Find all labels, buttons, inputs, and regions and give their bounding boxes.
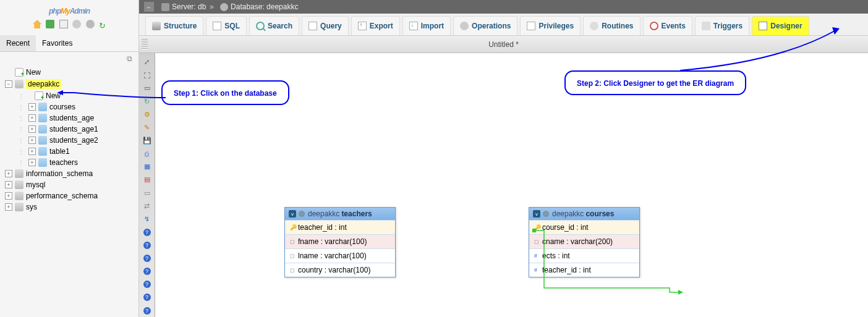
tab-structure[interactable]: Structure — [145, 16, 203, 35]
home-icon[interactable] — [33, 20, 41, 28]
gear-icon[interactable] — [299, 211, 305, 217]
vtoolbar-btn-3[interactable]: ↻ — [142, 96, 153, 106]
crumb-server[interactable]: Server: db — [172, 2, 206, 11]
er-column[interactable]: #ects : int — [529, 248, 639, 263]
tab-export[interactable]: Export — [351, 16, 400, 35]
logout-icon[interactable] — [46, 20, 54, 28]
crumb-database[interactable]: Database: deepakkc — [231, 2, 298, 11]
expand-icon[interactable]: + — [28, 103, 36, 111]
tab-favorites[interactable]: Favorites — [36, 35, 79, 51]
vtoolbar-btn-18[interactable]: ? — [142, 293, 153, 302]
vtoolbar-btn-4[interactable]: ⚙ — [142, 110, 153, 119]
vtoolbar-btn-10[interactable]: ▭ — [142, 188, 153, 198]
visible-toggle-icon[interactable]: v — [289, 210, 296, 218]
gear-icon[interactable] — [543, 211, 549, 217]
er-column[interactable]: ◻fname : varchar(100) — [285, 234, 395, 248]
er-table-header[interactable]: vdeepakkc teachers — [285, 208, 395, 220]
tree-item-students_age[interactable]: ⋮+students_age — [2, 112, 136, 124]
visible-toggle-icon[interactable]: v — [533, 210, 540, 218]
vtoolbar-btn-15[interactable]: ? — [142, 253, 153, 263]
titlebar-handle-icon[interactable] — [142, 39, 148, 50]
tree-item-new[interactable]: ⋮New — [2, 90, 136, 101]
tree-item-mysql[interactable]: +mysql — [2, 179, 136, 190]
logo[interactable]: phpMyAdmin — [0, 0, 138, 17]
expand-icon[interactable]: + — [28, 148, 36, 155]
er-column[interactable]: ◻lname : varchar(100) — [285, 248, 395, 263]
column-type-icon: # — [534, 267, 539, 273]
tab-events[interactable]: Events — [643, 16, 692, 35]
table-icon — [38, 147, 47, 156]
vtoolbar-btn-19[interactable]: ? — [142, 306, 153, 315]
vtoolbar-btn-1[interactable]: ⛶ — [142, 70, 153, 80]
vtoolbar-btn-9[interactable]: ▤ — [142, 175, 153, 184]
tree-item-students_age2[interactable]: ⋮+students_age2 — [2, 135, 136, 146]
er-table-teachers[interactable]: vdeepakkc teachers🔑teacher_id : int◻fnam… — [284, 207, 396, 277]
vtoolbar-btn-17[interactable]: ? — [142, 280, 153, 289]
settings-icon[interactable] — [72, 20, 81, 28]
column-type-icon: # — [534, 253, 539, 259]
vtoolbar-btn-5[interactable]: ✎ — [142, 123, 153, 132]
tab-triggers[interactable]: Triggers — [695, 16, 749, 35]
tab-search[interactable]: Search — [249, 16, 299, 35]
expand-icon[interactable]: + — [5, 203, 12, 211]
tree-item-information_schema[interactable]: +information_schema — [2, 168, 136, 179]
vtoolbar-btn-16[interactable]: ? — [142, 267, 153, 276]
expand-icon[interactable]: + — [5, 192, 12, 200]
designer-canvas[interactable]: ⤢⛶▭↻⚙✎💾⎙▦▤▭⇄↯??????? vdeepakkc teachers🔑… — [139, 53, 868, 317]
expand-icon[interactable]: + — [28, 125, 36, 133]
expand-icon[interactable]: + — [5, 170, 12, 177]
tab-label: Query — [320, 22, 342, 30]
callout-step2: Step 2: Click Designer to get the ER dia… — [564, 70, 746, 95]
tree-item-table1[interactable]: ⋮+table1 — [2, 146, 136, 157]
er-column[interactable]: 🔑course_id : int — [529, 220, 639, 234]
er-column[interactable]: #teacher_id : int — [529, 263, 639, 277]
vtoolbar-btn-7[interactable]: ⎙ — [142, 149, 153, 158]
tree-item-label: table1 — [49, 147, 70, 156]
tree-item-courses[interactable]: ⋮+courses — [2, 101, 136, 112]
tree-item-label: students_age2 — [49, 136, 98, 145]
collapse-icon[interactable]: − — [5, 80, 12, 88]
tab-privileges[interactable]: Privileges — [520, 16, 581, 35]
expand-icon[interactable]: + — [5, 181, 12, 188]
tree-item-students_age1[interactable]: ⋮+students_age1 — [2, 124, 136, 135]
vtoolbar-btn-0[interactable]: ⤢ — [142, 57, 153, 67]
expand-icon[interactable]: + — [28, 137, 36, 144]
column-type-icon: ◻ — [290, 253, 295, 259]
collapse-sidebar-icon[interactable]: ← — [144, 2, 154, 12]
reload-icon[interactable]: ↻ — [99, 21, 106, 30]
gear-icon[interactable] — [86, 20, 95, 28]
docs-icon[interactable] — [59, 20, 68, 28]
vtoolbar-btn-6[interactable]: 💾 — [142, 136, 153, 145]
er-table-header[interactable]: vdeepakkc courses — [529, 208, 639, 220]
er-column[interactable]: 🔑teacher_id : int — [285, 220, 395, 234]
tree-item-deepakkc[interactable]: −deepakkc — [2, 78, 136, 90]
tree-item-label: performance_schema — [26, 192, 98, 200]
triggers-icon — [702, 22, 710, 30]
tree-item-label: New — [26, 68, 41, 77]
vtoolbar-btn-2[interactable]: ▭ — [142, 83, 153, 93]
vtoolbar-btn-8[interactable]: ▦ — [142, 162, 153, 171]
tab-import[interactable]: Import — [402, 16, 451, 35]
er-table-courses[interactable]: vdeepakkc courses🔑course_id : int◻cname … — [529, 207, 640, 277]
vtoolbar-btn-13[interactable]: ? — [142, 227, 153, 237]
panel-link-icon[interactable]: ⧉ — [0, 52, 138, 63]
expand-icon[interactable]: + — [28, 159, 36, 166]
vtoolbar-btn-11[interactable]: ⇄ — [142, 201, 153, 211]
tab-sql[interactable]: SQL — [206, 16, 247, 35]
tab-designer[interactable]: Designer — [752, 16, 809, 35]
expand-icon[interactable]: + — [28, 114, 36, 122]
tree-item-new[interactable]: New — [2, 67, 136, 78]
tree-item-performance_schema[interactable]: +performance_schema — [2, 190, 136, 201]
vtoolbar-btn-12[interactable]: ↯ — [142, 214, 153, 224]
tab-routines[interactable]: Routines — [583, 16, 640, 35]
tree-item-sys[interactable]: +sys — [2, 201, 136, 213]
er-column[interactable]: ◻cname : varchar(200) — [529, 234, 639, 248]
vtoolbar-btn-14[interactable]: ? — [142, 240, 153, 250]
tab-recent[interactable]: Recent — [0, 35, 36, 51]
tab-query[interactable]: Query — [302, 16, 349, 35]
database-tree: New−deepakkc⋮New⋮+courses⋮+students_age⋮… — [0, 63, 138, 216]
operations-icon — [460, 22, 469, 30]
tab-operations[interactable]: Operations — [453, 16, 517, 35]
er-column[interactable]: ◻country : varchar(100) — [285, 263, 395, 277]
tree-item-teachers[interactable]: ⋮+teachers — [2, 157, 136, 168]
